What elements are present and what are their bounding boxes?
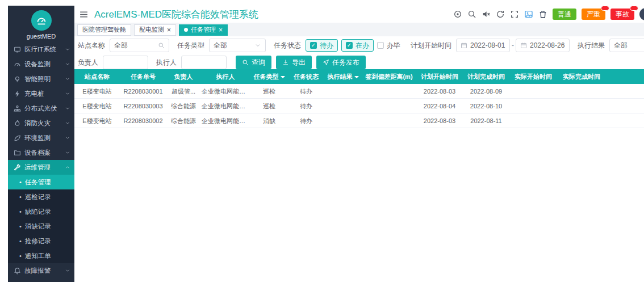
cell-plan-end: 2022-08-10 — [463, 99, 509, 113]
site-label: 站点名称 — [78, 41, 105, 50]
column-header-task-type[interactable]: 任务类型 — [250, 69, 288, 84]
sidebar-item-defect-elimination-records[interactable]: 消缺记录 — [8, 219, 74, 234]
sidebar-item-archive[interactable]: 设备档案 — [8, 145, 74, 160]
status-checkbox-inprogress[interactable]: 在办 — [341, 39, 374, 52]
cell-task-status: 待办 — [288, 99, 324, 113]
sidebar-item-fault-alarm[interactable]: 故障报警 — [8, 263, 74, 278]
tab-task-management[interactable]: 任务管理 — [179, 24, 228, 36]
alarm-badge — [630, 6, 638, 11]
column-header-plan-end[interactable]: 计划完成时间 — [463, 69, 509, 84]
cell-site: E楼变电站 — [74, 113, 120, 128]
table-row[interactable]: E楼变电站 R2208030002 综合能源 企业微电网能源管... 消缺 待办… — [74, 113, 644, 128]
sidebar-item-task-management[interactable]: 任务管理 — [8, 175, 74, 189]
cell-owner: 综合能源 — [166, 113, 200, 128]
sidebar-item-medical-it[interactable]: 医疗IT系统 — [8, 42, 74, 57]
close-icon[interactable] — [167, 27, 171, 33]
filter-row-2: 负责人 执行人 查询 导出 任务发布 — [74, 56, 644, 69]
export-button[interactable]: 导出 — [276, 56, 312, 69]
alarm-severe-button[interactable]: 严重 — [582, 9, 605, 20]
bullet-icon — [19, 223, 22, 230]
chevron-down-icon — [65, 135, 70, 141]
publish-task-button[interactable]: 任务发布 — [316, 56, 366, 69]
sidebar-menu: 医疗IT系统 设备监测 智能照明 充电桩 分布式光伏 消防火灾 — [8, 42, 74, 278]
tab-power-distribution[interactable]: 配电监测 — [134, 24, 176, 36]
sidebar-item-fire[interactable]: 消防火灾 — [8, 116, 74, 130]
ops-icon — [14, 164, 21, 171]
search-icon[interactable] — [467, 10, 476, 19]
sidebar-item-device-monitor[interactable]: 设备监测 — [8, 57, 74, 71]
alarm-badge — [601, 6, 609, 11]
image-icon[interactable] — [524, 10, 533, 19]
column-header-actual-end[interactable]: 实际完成时间 — [557, 69, 606, 84]
cell-task-type: 消缺 — [250, 113, 288, 128]
column-header-owner[interactable]: 负责人 — [166, 69, 200, 84]
search-icon — [242, 59, 249, 66]
sidebar-item-ops[interactable]: 运维管理 — [8, 160, 74, 175]
owner-input[interactable] — [103, 56, 148, 69]
column-header-site[interactable]: 站点名称 — [74, 69, 120, 84]
logo-wrap — [8, 6, 74, 31]
column-header-plan-start[interactable]: 计划开始时间 — [416, 69, 463, 84]
sort-caret-icon[interactable] — [354, 76, 359, 81]
query-button[interactable]: 查询 — [236, 56, 271, 69]
send-icon — [323, 59, 329, 66]
topbar: AcrelEMS-MED医院综合能效管理系统 普通 严重 事故 — [74, 6, 644, 23]
cell-executor: 企业微电网能源管... — [200, 84, 250, 99]
date-from-input[interactable]: 2022-08-01 — [456, 39, 510, 52]
site-input[interactable]: 全部 — [110, 39, 169, 52]
sidebar-item-charging[interactable]: 充电桩 — [8, 86, 74, 101]
sidebar-item-solar[interactable]: 分布式光伏 — [8, 101, 74, 116]
task-status-label: 任务状态 — [274, 41, 301, 50]
trash-icon[interactable] — [538, 10, 547, 19]
plan-start-label: 计划开始时间 — [411, 41, 451, 50]
sidebar-item-lighting[interactable]: 智能照明 — [8, 71, 74, 86]
column-header-result[interactable]: 执行结果 — [324, 69, 362, 84]
close-icon[interactable] — [219, 27, 223, 33]
sidebar-item-defect-records[interactable]: 缺陷记录 — [8, 204, 74, 219]
table-row[interactable]: E楼变电站 R2208030003 综合能源 企业微电网能源管... 巡检 待办… — [74, 99, 644, 113]
sidebar-item-inspection-records[interactable]: 巡检记录 — [8, 189, 74, 204]
cell-plan-end: 2022-08-11 — [463, 113, 509, 128]
medical-it-icon — [14, 46, 21, 53]
sidebar-item-notification-orders[interactable]: 通知工单 — [8, 248, 74, 263]
column-header-actual-start[interactable]: 实际开始时间 — [509, 69, 557, 84]
column-header-deviation[interactable]: 签到偏差距离(m) — [362, 69, 416, 84]
executor-input[interactable] — [181, 56, 227, 69]
fullscreen-icon[interactable] — [510, 10, 519, 19]
refresh-icon[interactable] — [496, 10, 505, 19]
chevron-down-icon — [65, 268, 70, 273]
username: guestMED — [8, 31, 74, 42]
tabbar: 医院管理驾驶舱 配电监测 任务管理 — [74, 23, 644, 37]
mute-icon[interactable] — [482, 10, 491, 19]
hamburger-icon[interactable] — [79, 10, 89, 19]
column-header-task-status[interactable]: 任务状态 — [288, 69, 324, 84]
date-to-input[interactable]: 2022-08-26 — [516, 39, 570, 52]
page-title: AcrelEMS-MED医院综合能效管理系统 — [94, 8, 258, 21]
tab-hospital-cockpit[interactable]: 医院管理驾驶舱 — [77, 24, 131, 36]
avatar[interactable] — [639, 8, 644, 20]
status-checkbox-todo[interactable]: 待办 — [306, 39, 338, 52]
result-label: 执行结果 — [578, 41, 605, 50]
task-type-select[interactable]: 全部 — [209, 39, 266, 52]
column-header-executor[interactable]: 执行人 — [200, 69, 250, 84]
alarm-accident-button[interactable]: 事故 — [610, 9, 634, 20]
sidebar-item-repair-records[interactable]: 抢修记录 — [8, 234, 74, 248]
active-tab-dot — [184, 28, 188, 32]
cell-task-no: R2208030001 — [120, 84, 166, 99]
cell-plan-start: 2022-08-04 — [416, 99, 463, 113]
sort-caret-icon[interactable] — [281, 76, 285, 81]
alarm-normal-button[interactable]: 普通 — [553, 9, 576, 20]
fire-icon — [14, 120, 21, 127]
topbar-actions: 普通 严重 事故 — [453, 8, 644, 20]
checkbox-checked-icon — [346, 42, 353, 49]
status-checkbox-done[interactable]: 办毕 — [377, 41, 400, 50]
sidebar-item-environment[interactable]: 环境监测 — [8, 130, 74, 145]
cell-task-no: R2208030002 — [120, 113, 166, 128]
result-select[interactable]: 全部 — [609, 39, 644, 52]
target-icon[interactable] — [453, 10, 462, 19]
column-header-task-no[interactable]: 任务单号 — [120, 69, 166, 84]
table-row[interactable]: E楼变电站 R2208030001 超级管... 企业微电网能源管... 巡检 … — [74, 84, 644, 99]
chevron-down-icon — [65, 105, 70, 111]
bullet-icon — [19, 252, 22, 259]
cell-task-type: 巡检 — [250, 84, 288, 99]
